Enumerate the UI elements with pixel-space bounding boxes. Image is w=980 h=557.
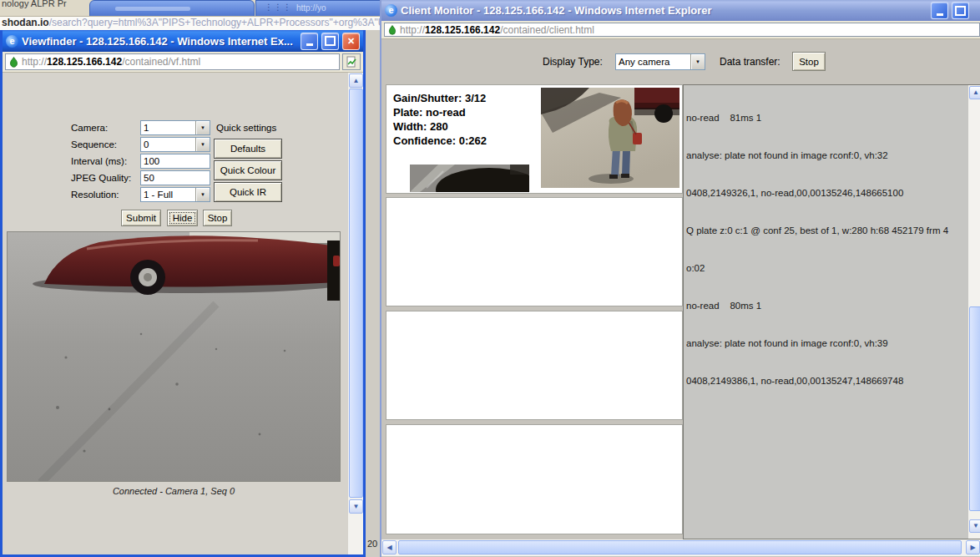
- viewfinder-titlebar[interactable]: e Viewfinder - 128.125.166.142 - Windows…: [3, 30, 363, 52]
- jpeg-quality-input[interactable]: [140, 170, 210, 185]
- background-address-host: shodan.io: [2, 17, 49, 28]
- background-number-fragment: 20: [367, 539, 377, 549]
- viewfinder-address-bar[interactable]: http://128.125.166.142/contained/vf.html: [5, 53, 340, 70]
- log-line: no-read 80ms 1: [686, 300, 967, 312]
- client-monitor-title: Client Monitor - 128.125.166.142 - Windo…: [401, 4, 927, 17]
- stop-button[interactable]: Stop: [203, 210, 232, 226]
- chevron-down-icon[interactable]: ▼: [195, 121, 210, 134]
- log-line: 0408,2149386,1, no-read,00,00135247,1486…: [686, 375, 967, 387]
- scroll-down-button[interactable]: ▼: [349, 499, 363, 514]
- display-type-label: Display Type:: [543, 56, 603, 68]
- submit-button[interactable]: Submit: [121, 210, 161, 226]
- maximize-button[interactable]: [321, 33, 339, 50]
- scroll-up-button[interactable]: ▲: [349, 73, 363, 88]
- alpr-log-panel[interactable]: no-read 81ms 1 analyse: plate not found …: [683, 84, 980, 539]
- url-path: /contained/client.html: [500, 24, 594, 36]
- client-monitor-url-row: http://128.125.166.142/contained/client.…: [381, 21, 980, 39]
- client-monitor-address-bar[interactable]: http://128.125.166.142/contained/client.…: [384, 23, 980, 37]
- scroll-thumb[interactable]: [398, 540, 962, 554]
- grip-dots-icon: ⋮⋮⋮: [265, 3, 292, 12]
- chevron-down-icon[interactable]: ▼: [690, 54, 705, 69]
- minimize-icon: [306, 43, 313, 46]
- plate-value: Plate: no-read: [393, 105, 487, 119]
- display-type-select[interactable]: Any camera ▼: [615, 53, 705, 70]
- background-toolbar-text: http://yo: [296, 3, 326, 13]
- minimize-button[interactable]: [931, 2, 948, 19]
- client-monitor-horizontal-scrollbar[interactable]: ◀ ▶: [381, 539, 980, 556]
- chevron-down-icon[interactable]: ▼: [195, 138, 210, 151]
- log-line: Q plate z:0 c:1 @ conf 25, best of 1, w:…: [686, 225, 967, 237]
- maximize-button[interactable]: [952, 2, 969, 19]
- viewfinder-camera-image: [7, 231, 341, 482]
- empty-display-panel: [386, 424, 683, 534]
- camera-select[interactable]: 1 ▼: [140, 120, 210, 135]
- jpeg-quality-label: JPEG Quality:: [71, 173, 131, 183]
- close-button[interactable]: ✕: [342, 33, 360, 50]
- scroll-up-button[interactable]: ▲: [969, 86, 980, 99]
- pedestrian-image: [541, 88, 679, 188]
- client-monitor-window: e Client Monitor - 128.125.166.142 - Win…: [380, 0, 980, 557]
- background-address-rest: /search?query=html%3A"PIPS+Technology+AL…: [49, 17, 417, 28]
- url-host: 128.125.166.142: [47, 56, 122, 68]
- tab-title-faint: [115, 7, 190, 11]
- scroll-thumb[interactable]: [349, 89, 363, 498]
- client-monitor-page: Display Type: Any camera ▼ Data transfer…: [381, 39, 980, 539]
- window-gap: [365, 30, 380, 557]
- empty-display-panel: [386, 311, 683, 420]
- sequence-label: Sequence:: [71, 139, 117, 149]
- width-value: Width: 280: [393, 119, 487, 134]
- log-line: o:02: [686, 262, 967, 275]
- viewfinder-url-row: http://128.125.166.142/contained/vf.html: [3, 52, 363, 73]
- ie-icon: e: [6, 35, 18, 48]
- background-active-tab[interactable]: [89, 0, 255, 17]
- scroll-left-button[interactable]: ◀: [382, 540, 397, 554]
- log-line: no-read 81ms 1: [686, 112, 967, 124]
- url-host: 128.125.166.142: [425, 24, 500, 36]
- client-monitor-titlebar[interactable]: e Client Monitor - 128.125.166.142 - Win…: [381, 0, 980, 21]
- interval-label: Interval (ms):: [71, 156, 127, 166]
- gain-shutter-value: Gain/Shutter: 3/12: [393, 91, 487, 105]
- camera-label: Camera:: [71, 123, 108, 133]
- hide-button[interactable]: Hide: [167, 210, 198, 226]
- log-vertical-scrollbar[interactable]: ▲ ▼: [968, 85, 980, 539]
- interval-input[interactable]: [140, 154, 210, 169]
- resolution-select[interactable]: 1 - Full ▼: [140, 187, 210, 202]
- url-scheme: http://: [22, 56, 47, 68]
- defaults-button[interactable]: Defaults: [214, 139, 282, 159]
- alpr-log-text: no-read 81ms 1 analyse: plate not found …: [686, 87, 967, 413]
- capture-info: Gain/Shutter: 3/12 Plate: no-read Width:…: [393, 91, 487, 148]
- scroll-down-button[interactable]: ▼: [969, 519, 980, 533]
- confidence-value: Confidence: 0:262: [393, 134, 487, 148]
- url-path: /contained/vf.html: [122, 56, 200, 68]
- log-line: 0408,2149326,1, no-read,00,00135246,1486…: [686, 187, 967, 200]
- minimize-icon: [937, 13, 943, 16]
- log-line: analyse: plate not found in image rconf:…: [686, 337, 967, 350]
- quick-colour-button[interactable]: Quick Colour: [214, 160, 282, 180]
- minimize-button[interactable]: [301, 33, 318, 50]
- connection-status-caption: Connected - Camera 1, Seq 0: [7, 486, 341, 496]
- feed-flame-icon: [388, 25, 397, 35]
- data-transfer-label: Data transfer:: [720, 56, 780, 68]
- plate-thumbnail-image: [410, 165, 529, 192]
- scroll-right-button[interactable]: ▶: [966, 540, 980, 554]
- data-transfer-stop-button[interactable]: Stop: [792, 52, 826, 71]
- ie-icon: e: [385, 4, 397, 17]
- quick-ir-button[interactable]: Quick IR: [214, 182, 282, 202]
- page-go-icon: [346, 56, 357, 68]
- viewfinder-vertical-scrollbar[interactable]: ▲ ▼: [348, 73, 363, 554]
- close-icon: ✕: [347, 37, 355, 46]
- scroll-thumb[interactable]: [969, 306, 980, 511]
- viewfinder-page: Camera: Sequence: Interval (ms): JPEG Qu…: [3, 73, 363, 554]
- viewfinder-window: e Viewfinder - 128.125.166.142 - Windows…: [0, 30, 366, 557]
- sequence-select[interactable]: 0 ▼: [140, 137, 210, 152]
- background-tab-title: nology ALPR Pr: [2, 0, 67, 8]
- viewfinder-title: Viewfinder - 128.125.166.142 - Windows I…: [22, 35, 297, 48]
- url-scheme: http://: [400, 24, 425, 36]
- maximize-icon: [325, 36, 336, 46]
- screen: nology ALPR Pr ⋮⋮⋮ http://yo shodan.io/s…: [0, 0, 980, 557]
- chevron-down-icon[interactable]: ▼: [195, 188, 210, 201]
- go-button[interactable]: [342, 53, 361, 70]
- resolution-label: Resolution:: [71, 190, 119, 200]
- log-line: analyse: plate not found in image rconf:…: [686, 149, 967, 162]
- empty-display-panel: [386, 197, 683, 306]
